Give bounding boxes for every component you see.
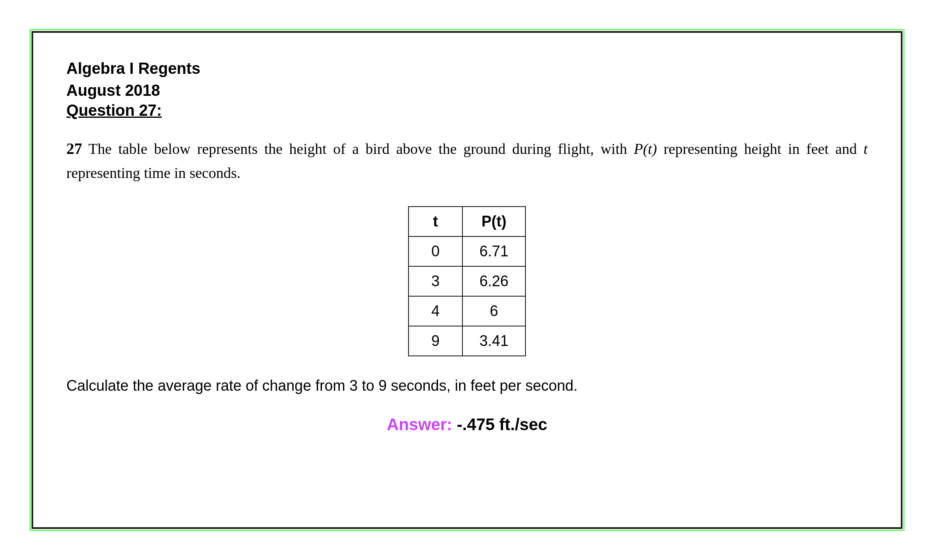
table-row: 06.71 [409,236,525,266]
question-number: 27 [66,140,82,157]
calculate-text: Calculate the average rate of change fro… [66,377,868,394]
table-cell: 3 [409,266,462,296]
header: Algebra I Regents August 2018 Question 2… [66,58,868,119]
table-cell: 4 [409,296,462,326]
header-line1: Algebra I Regents [66,58,868,80]
table-cell: 6.71 [462,236,525,266]
col-header-t: t [409,207,462,236]
header-line2: August 2018 [66,80,868,102]
answer-value: -.475 ft./sec [457,415,547,433]
t-italic: t [863,141,868,157]
table-cell: 6 [462,296,525,326]
pt-italic: P(t) [634,141,657,157]
question-paragraph: 27 The table below represents the height… [66,136,868,185]
question-text-part3: representing time in seconds. [66,165,241,181]
table-cell: 9 [409,326,462,356]
table-cell: 3.41 [462,326,525,356]
col-header-pt: P(t) [462,207,525,236]
table-row: 46 [409,296,525,326]
table-wrapper: t P(t) 06.7136.264693.41 [66,206,868,356]
table-header-row: t P(t) [409,207,525,236]
table-cell: 0 [409,236,462,266]
table-cell: 6.26 [462,266,525,296]
question-body: 27 The table below represents the height… [66,136,868,185]
answer-label: Answer: [387,415,452,433]
answer-line: Answer: -.475 ft./sec [66,415,868,434]
data-table: t P(t) 06.7136.264693.41 [408,206,526,356]
page-container: Algebra I Regents August 2018 Question 2… [0,0,934,560]
header-line3: Question 27: [66,102,868,119]
question-text-part1: The table below represents the height of… [82,141,634,157]
card: Algebra I Regents August 2018 Question 2… [32,31,902,529]
table-row: 93.41 [409,326,525,356]
question-text-part2: representing height in feet and [657,141,863,157]
table-row: 36.26 [409,266,525,296]
